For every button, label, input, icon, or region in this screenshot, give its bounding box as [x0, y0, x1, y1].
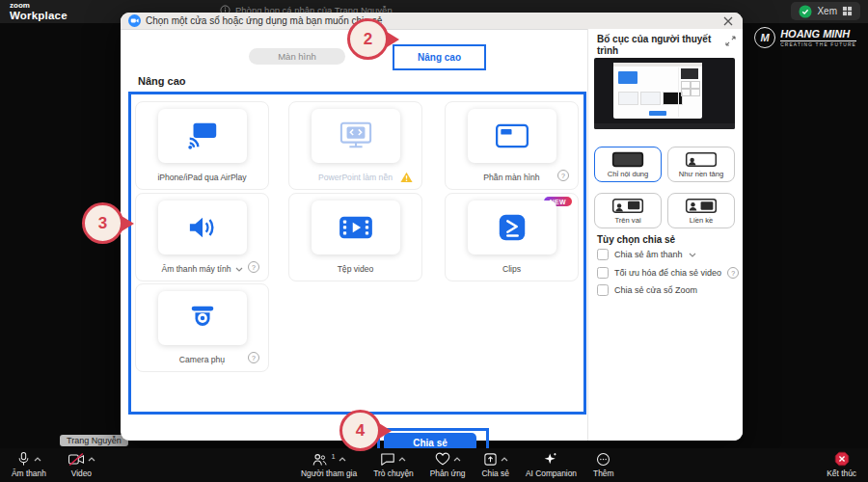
brand-zoom: zoom	[10, 2, 68, 10]
share-screen-label: Chia sẻ	[482, 469, 509, 478]
powerpoint-background-icon	[312, 109, 400, 163]
layout-label: Chỉ nội dung	[608, 170, 649, 178]
ai-companion-button[interactable]: AI Companion	[526, 451, 577, 478]
screen-portion-icon	[468, 109, 556, 163]
tab-advanced[interactable]: Nâng cao	[393, 44, 486, 70]
card-label: iPhone/iPad qua AirPlay	[157, 173, 246, 182]
airplay-cast-icon	[158, 109, 247, 163]
share-dialog-main: Màn hình Nâng cao Nâng cao iPhone/iPad q…	[121, 29, 588, 441]
help-icon[interactable]: ?	[248, 352, 259, 363]
more-button[interactable]: Thêm	[593, 451, 613, 478]
video-button[interactable]: Video	[68, 451, 95, 478]
layout-over-shoulder[interactable]: Trên vai	[594, 193, 662, 228]
microphone-icon	[16, 451, 31, 467]
hoang-minh-watermark: M HOANG MINH CREATING THE FUTURE	[754, 27, 856, 48]
more-ellipsis-icon	[596, 452, 610, 467]
card-label: Tệp video	[338, 264, 374, 274]
card-label: Camera phụ	[179, 355, 225, 364]
chat-icon	[380, 452, 395, 466]
share-dialog-title: Chọn một cửa sổ hoặc ứng dụng mà bạn muố…	[146, 15, 382, 26]
layout-label: Như nền tảng	[679, 170, 723, 178]
reactions-button[interactable]: Phản ứng	[430, 451, 466, 478]
chat-button[interactable]: Trò chuyện	[373, 451, 414, 478]
share-dialog: Chọn một cửa sổ hoặc ứng dụng mà bạn muố…	[121, 13, 743, 441]
card-airplay[interactable]: iPhone/iPad qua AirPlay	[135, 101, 269, 190]
zoom-workplace-logo: zoom Workplace	[10, 2, 68, 22]
close-icon[interactable]	[722, 15, 734, 27]
end-meeting-label: Kết thúc	[827, 469, 856, 478]
as-background-icon	[685, 151, 718, 168]
option-optimize-video[interactable]: Tối ưu hóa để chia sẻ video ?	[597, 267, 739, 279]
card-label: Phần màn hình	[483, 173, 539, 182]
chevron-up-icon[interactable]	[398, 457, 406, 462]
share-options-title: Tùy chọn chia sẻ	[597, 234, 675, 245]
participants-count: 1	[331, 452, 335, 461]
layout-label: Trên vai	[614, 216, 640, 225]
checkbox[interactable]	[597, 284, 609, 296]
checkbox[interactable]	[597, 249, 609, 260]
content-only-icon	[611, 151, 644, 168]
participants-label: Người tham gia	[301, 469, 357, 478]
view-button[interactable]: Xem	[791, 2, 860, 20]
card-powerpoint-background[interactable]: PowerPoint làm nền	[288, 101, 422, 190]
help-icon[interactable]: ?	[248, 261, 259, 273]
card-label: Clips	[502, 264, 521, 274]
tab-screen[interactable]: Màn hình	[249, 48, 345, 65]
layout-content-only[interactable]: Chỉ nội dung	[594, 147, 662, 182]
zoom-app-icon	[128, 14, 141, 27]
card-label: PowerPoint làm nền	[318, 173, 393, 182]
watermark-title: HOANG MINH	[780, 28, 856, 41]
chevron-down-icon[interactable]	[235, 267, 243, 272]
chevron-up-icon[interactable]	[339, 457, 346, 462]
self-view-name: Trang Nguyễn	[60, 435, 128, 446]
ai-sparkle-icon	[543, 451, 558, 467]
sidebar-title: Bố cục của người thuyết trình	[597, 34, 720, 57]
heart-icon	[435, 452, 450, 466]
brand-workplace: Workplace	[10, 11, 68, 22]
hoang-minh-logo-icon: M	[754, 27, 775, 48]
participants-icon	[312, 452, 328, 467]
option-label: Chia sẻ cửa sổ Zoom	[614, 285, 697, 295]
option-label: Chia sẻ âm thanh	[614, 250, 683, 259]
ai-companion-label: AI Companion	[526, 469, 577, 478]
clips-icon	[468, 201, 556, 254]
more-label: Thêm	[593, 469, 613, 478]
option-share-audio[interactable]: Chia sẻ âm thanh	[597, 249, 696, 260]
over-shoulder-icon	[611, 198, 644, 214]
zoom-meeting-window: zoom Workplace Phòng họp cá nhân của Tra…	[0, 0, 868, 482]
help-icon[interactable]: ?	[557, 170, 569, 181]
card-screen-portion[interactable]: Phần màn hình ?	[445, 101, 579, 190]
view-label: Xem	[817, 6, 837, 16]
grid-view-icon	[842, 6, 853, 16]
end-meeting-button[interactable]: Kết thúc	[827, 451, 856, 478]
chevron-up-icon[interactable]	[453, 457, 461, 462]
video-file-icon	[312, 201, 400, 254]
secondary-camera-icon	[158, 291, 247, 345]
card-secondary-camera[interactable]: Camera phụ ?	[135, 283, 269, 372]
option-share-zoom-window[interactable]: Chia sẻ cửa sổ Zoom	[597, 284, 697, 296]
computer-audio-icon	[158, 201, 247, 254]
share-screen-button[interactable]: Chia sẻ	[482, 451, 509, 478]
chevron-up-icon[interactable]	[88, 457, 95, 462]
checkbox[interactable]	[597, 267, 609, 279]
participants-button[interactable]: 1 Người tham gia	[301, 451, 357, 478]
section-label-advanced: Nâng cao	[138, 75, 186, 87]
layout-as-background[interactable]: Như nền tảng	[667, 147, 735, 182]
warning-icon	[400, 172, 413, 183]
annotation-step-3: 3	[82, 202, 123, 244]
card-video-file[interactable]: Tệp video	[288, 193, 422, 281]
layout-side-by-side[interactable]: Liền kề	[667, 193, 735, 228]
chat-label: Trò chuyện	[373, 469, 414, 478]
expand-icon[interactable]	[725, 36, 736, 46]
layout-preview-thumbnail	[594, 58, 735, 129]
side-by-side-icon	[685, 198, 718, 214]
chevron-down-icon[interactable]	[689, 253, 696, 257]
chevron-up-icon[interactable]	[34, 457, 41, 462]
audio-button[interactable]: Âm thanh	[12, 451, 46, 478]
video-label: Video	[71, 469, 92, 478]
chevron-up-icon[interactable]	[501, 457, 508, 462]
help-icon[interactable]: ?	[727, 267, 739, 279]
card-clips[interactable]: NEW Clips	[445, 193, 579, 281]
camera-off-icon	[68, 452, 85, 467]
card-computer-audio[interactable]: Âm thanh máy tính ?	[135, 193, 269, 281]
